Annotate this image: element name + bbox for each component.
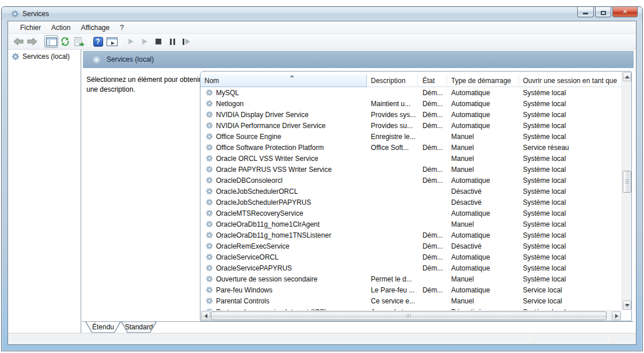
back-button[interactable]: [12, 35, 25, 48]
service-etat: Dém...: [418, 231, 447, 239]
arrow-right-icon: [615, 314, 618, 318]
start-service-button[interactable]: [124, 35, 138, 48]
service-description: Permet le d...: [367, 275, 419, 283]
service-logon-as: Système local: [519, 166, 622, 174]
table-row[interactable]: Office Source Engine Enregistre le... Ma…: [200, 131, 622, 142]
table-row[interactable]: OracleRemExecService Dém... Désactivé Sy…: [200, 241, 622, 251]
table-row[interactable]: NVIDIA Performance Driver Service Provid…: [200, 120, 622, 131]
vertical-scrollbar[interactable]: [622, 72, 631, 310]
horizontal-scroll-thumb[interactable]: [211, 311, 607, 320]
toolbar-separator: [88, 36, 89, 47]
table-row[interactable]: OracleMTSRecoveryService Automatique Sys…: [200, 208, 622, 219]
table-row[interactable]: OracleOraDb11g_home1ClrAgent Manuel Syst…: [200, 219, 622, 230]
service-gear-icon: [206, 297, 213, 305]
table-row[interactable]: OracleJobSchedulerORCL Désactivé Système…: [200, 186, 622, 197]
column-header-nom[interactable]: Nom: [200, 74, 367, 87]
column-header-session[interactable]: Ouvrir une session en tant que: [519, 74, 622, 87]
console-window-button[interactable]: [105, 35, 119, 48]
scroll-right-button[interactable]: [612, 311, 621, 320]
service-name: Pare-feu Windows: [216, 286, 272, 294]
vertical-scroll-thumb[interactable]: [623, 171, 631, 193]
service-etat: Dém...: [418, 286, 447, 294]
close-button[interactable]: ✕: [612, 7, 638, 17]
service-name: Parental Controls: [216, 297, 270, 305]
scroll-down-button[interactable]: [623, 301, 631, 310]
status-bar: [8, 333, 636, 344]
service-startup-type: Manuel: [447, 144, 518, 152]
tab-etendu[interactable]: Étendu: [85, 322, 121, 333]
refresh-button[interactable]: [58, 35, 72, 48]
table-row[interactable]: MySQL Dém... Automatique Système local: [200, 87, 622, 98]
help-button[interactable]: ?: [91, 35, 105, 48]
column-header-row: Nom Description État Type de démarrage O…: [200, 74, 622, 87]
restart-service-button[interactable]: [179, 35, 193, 48]
description-line: Sélectionnez un élément pour obtenir: [86, 75, 202, 85]
table-row[interactable]: OracleDBConsoleorcl Dém... Automatique S…: [200, 175, 622, 186]
service-startup-type: Automatique: [447, 264, 518, 272]
services-gear-icon: [92, 55, 101, 64]
service-gear-icon: [206, 264, 213, 272]
table-row[interactable]: OracleServiceORCL Dém... Automatique Sys…: [200, 251, 622, 262]
table-row[interactable]: Office Software Protection Platform Offi…: [200, 142, 622, 153]
table-row[interactable]: Partage de connexion Internet (ICS) Assu…: [200, 306, 622, 310]
table-row[interactable]: Netlogon Maintient u... Dém... Automatiq…: [200, 98, 622, 109]
console-tree-panel: Services (local): [8, 50, 81, 333]
service-etat: Dém...: [418, 242, 447, 250]
service-startup-type: Manuel: [447, 220, 518, 228]
minimize-button[interactable]: [577, 7, 594, 17]
column-header-etat[interactable]: État: [418, 74, 447, 87]
stop-service-button[interactable]: [151, 35, 165, 48]
service-startup-type: Automatique: [447, 111, 518, 119]
tree-item-services-local[interactable]: Services (local): [8, 50, 81, 61]
service-startup-type: Automatique: [447, 286, 518, 294]
menu-fichier[interactable]: Fichier: [15, 22, 46, 33]
service-description: Office Soft...: [367, 144, 419, 152]
table-row[interactable]: Oracle PAPYRUS VSS Writer Service Dém...…: [200, 164, 622, 175]
pause-service-button[interactable]: [165, 35, 179, 48]
service-etat: Dém...: [418, 89, 447, 97]
table-row[interactable]: Parental Controls Ce service e... Manuel…: [200, 295, 622, 306]
start-service-icon: [128, 39, 134, 44]
service-name: OracleOraDb11g_home1TNSListener: [216, 231, 331, 239]
service-startup-type: Automatique: [447, 122, 518, 130]
table-row[interactable]: OracleServicePAPYRUS Dém... Automatique …: [200, 262, 622, 273]
maximize-button[interactable]: [595, 7, 611, 17]
statusbar-separator: [529, 335, 530, 343]
resume-service-button[interactable]: [138, 35, 151, 48]
service-startup-type: Manuel: [447, 133, 518, 141]
service-name: OracleMTSRecoveryService: [216, 209, 303, 217]
table-row[interactable]: NVIDIA Display Driver Service Provides s…: [200, 109, 622, 120]
menu-help[interactable]: ?: [115, 22, 129, 33]
services-rows: MySQL Dém... Automatique Système local N…: [200, 87, 622, 310]
menu-affichage[interactable]: Affichage: [75, 22, 115, 33]
help-icon: ?: [93, 37, 103, 47]
tab-standard[interactable]: Standard: [121, 322, 157, 333]
title-bar[interactable]: Services ✕: [2, 7, 642, 21]
service-logon-as: Service réseau: [519, 144, 622, 152]
restart-service-icon: [183, 39, 190, 45]
menu-action[interactable]: Action: [46, 22, 75, 33]
scroll-up-button[interactable]: [623, 72, 631, 81]
table-row[interactable]: OracleOraDb11g_home1TNSListener Dém... A…: [200, 230, 622, 241]
service-gear-icon: [206, 111, 213, 118]
horizontal-scrollbar[interactable]: [200, 310, 622, 321]
table-row[interactable]: OracleJobSchedulerPAPYRUS Désactivé Syst…: [200, 197, 622, 208]
service-etat: Dém...: [418, 253, 447, 261]
column-header-type-demarrage[interactable]: Type de démarrage: [447, 74, 519, 87]
table-row[interactable]: Pare-feu Windows Le Pare-feu ... Dém... …: [200, 284, 622, 295]
service-startup-type: Automatique: [447, 253, 518, 261]
service-startup-type: Automatique: [447, 100, 518, 108]
table-row[interactable]: Oracle ORCL VSS Writer Service Manuel Sy…: [200, 153, 622, 164]
scroll-left-button[interactable]: [201, 311, 210, 320]
export-list-button[interactable]: [72, 35, 86, 48]
service-gear-icon: [206, 198, 213, 206]
column-header-description[interactable]: Description: [367, 74, 419, 87]
service-name: MySQL: [216, 89, 239, 97]
service-logon-as: Système local: [519, 242, 622, 250]
service-gear-icon: [206, 100, 213, 107]
show-console-tree-button[interactable]: [44, 35, 58, 48]
export-list-icon: [74, 37, 84, 46]
table-row[interactable]: Ouverture de session secondaire Permet l…: [200, 273, 622, 284]
forward-button[interactable]: [25, 35, 39, 48]
service-name: OracleServiceORCL: [216, 253, 279, 261]
